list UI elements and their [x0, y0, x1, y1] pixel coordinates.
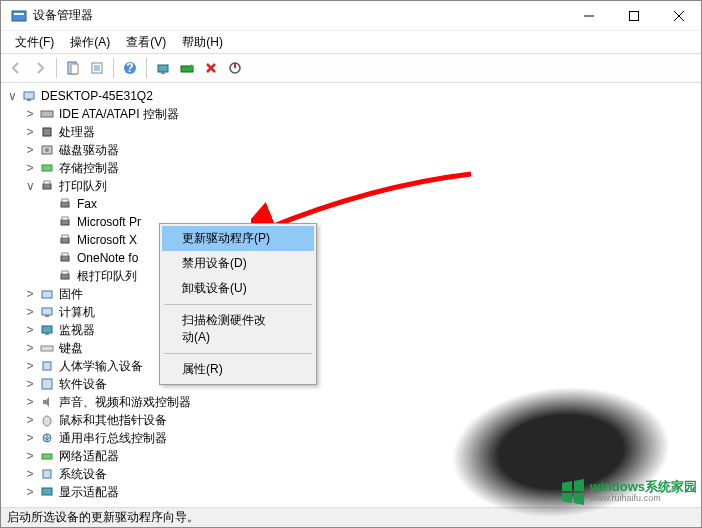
chevron-right-icon[interactable]: > — [23, 125, 37, 139]
svg-rect-20 — [24, 92, 34, 99]
svg-rect-46 — [42, 379, 52, 389]
ide-icon — [39, 106, 55, 122]
chevron-right-icon[interactable]: > — [23, 413, 37, 427]
context-update-driver[interactable]: 更新驱动程序(P) — [162, 226, 314, 251]
svg-rect-32 — [62, 217, 68, 220]
menu-file[interactable]: 文件(F) — [7, 32, 62, 53]
tree-root[interactable]: ∨ DESKTOP-45E31Q2 — [1, 87, 701, 105]
chevron-right-icon[interactable]: > — [23, 305, 37, 319]
chevron-right-icon[interactable]: > — [23, 287, 37, 301]
uninstall-button[interactable] — [200, 57, 222, 79]
svg-rect-51 — [42, 488, 52, 495]
svg-rect-21 — [27, 99, 31, 101]
context-uninstall-device[interactable]: 卸载设备(U) — [162, 276, 314, 301]
chevron-right-icon[interactable]: > — [23, 467, 37, 481]
tree-leaf[interactable]: >Microsoft Pr — [1, 213, 701, 231]
tree-node[interactable]: >监视器 — [1, 321, 701, 339]
tree-node[interactable]: >键盘 — [1, 339, 701, 357]
display-icon — [39, 484, 55, 500]
tree-leaf-label: Microsoft Pr — [77, 215, 141, 229]
help-button[interactable]: ? — [119, 57, 141, 79]
tree-node[interactable]: >处理器 — [1, 123, 701, 141]
tree-leaf[interactable]: >Microsoft X — [1, 231, 701, 249]
svg-rect-1 — [14, 13, 24, 15]
svg-rect-50 — [43, 470, 51, 478]
tree-leaf[interactable]: >OneNote fo — [1, 249, 701, 267]
chevron-right-icon[interactable]: > — [23, 359, 37, 373]
chevron-right-icon[interactable]: > — [23, 377, 37, 391]
tree-node[interactable]: >磁盘驱动器 — [1, 141, 701, 159]
back-button[interactable] — [5, 57, 27, 79]
chevron-right-icon[interactable]: > — [23, 341, 37, 355]
disk-icon — [39, 142, 55, 158]
tree-leaf[interactable]: >Fax — [1, 195, 701, 213]
tree-node[interactable]: >IDE ATA/ATAPI 控制器 — [1, 105, 701, 123]
svg-rect-33 — [61, 238, 69, 243]
maximize-button[interactable] — [611, 1, 656, 31]
context-disable-device[interactable]: 禁用设备(D) — [162, 251, 314, 276]
tree-node-label: 软件设备 — [59, 376, 107, 393]
tree-node[interactable]: >存储控制器 — [1, 159, 701, 177]
chevron-down-icon[interactable]: ∨ — [23, 179, 37, 193]
tree-root-label: DESKTOP-45E31Q2 — [41, 89, 153, 103]
tree-node[interactable]: ∨打印队列 — [1, 177, 701, 195]
watermark-logo-icon — [560, 479, 586, 505]
svg-rect-43 — [45, 333, 49, 335]
tree-node[interactable]: >计算机 — [1, 303, 701, 321]
chevron-right-icon[interactable]: > — [23, 485, 37, 499]
usb-icon — [39, 430, 55, 446]
svg-rect-35 — [61, 256, 69, 261]
chevron-right-icon[interactable]: > — [23, 323, 37, 337]
hid-icon — [39, 358, 55, 374]
chevron-down-icon[interactable]: ∨ — [5, 89, 19, 103]
context-separator — [164, 353, 312, 354]
svg-rect-28 — [44, 181, 50, 184]
svg-rect-45 — [43, 362, 51, 370]
svg-text:?: ? — [126, 61, 133, 75]
svg-rect-41 — [45, 315, 49, 317]
chevron-right-icon[interactable]: > — [23, 143, 37, 157]
show-properties-button[interactable] — [62, 57, 84, 79]
disable-button[interactable] — [224, 57, 246, 79]
chevron-right-icon[interactable]: > — [23, 449, 37, 463]
tree-node[interactable]: >人体学输入设备 — [1, 357, 701, 375]
tree-node[interactable]: >固件 — [1, 285, 701, 303]
chevron-right-icon[interactable]: > — [23, 161, 37, 175]
titlebar: 设备管理器 — [1, 1, 701, 31]
tree-leaf-label: 根打印队列 — [77, 268, 137, 285]
minimize-button[interactable] — [566, 1, 611, 31]
svg-rect-42 — [42, 326, 52, 333]
context-scan-hardware[interactable]: 扫描检测硬件改动(A) — [162, 308, 314, 350]
tree-node-label: 监视器 — [59, 322, 95, 339]
cpu-icon — [39, 124, 55, 140]
svg-rect-3 — [629, 11, 638, 20]
chevron-right-icon[interactable]: > — [23, 431, 37, 445]
tree-node-label: 系统设备 — [59, 466, 107, 483]
menu-help[interactable]: 帮助(H) — [174, 32, 231, 53]
computer-icon — [21, 88, 37, 104]
tree-node-label: 计算机 — [59, 304, 95, 321]
svg-rect-0 — [12, 11, 26, 21]
properties-button-2[interactable] — [86, 57, 108, 79]
svg-rect-49 — [42, 454, 52, 459]
svg-rect-31 — [61, 220, 69, 225]
svg-rect-15 — [161, 72, 165, 74]
svg-rect-22 — [41, 111, 53, 117]
close-button[interactable] — [656, 1, 701, 31]
forward-button[interactable] — [29, 57, 51, 79]
scan-hardware-button[interactable] — [152, 57, 174, 79]
tree-leaf[interactable]: >根打印队列 — [1, 267, 701, 285]
tree-node-label: 存储控制器 — [59, 160, 119, 177]
tree-node-label: 通用串行总线控制器 — [59, 430, 167, 447]
printer-icon — [57, 214, 73, 230]
update-driver-button[interactable] — [176, 57, 198, 79]
chevron-right-icon[interactable]: > — [23, 107, 37, 121]
context-properties[interactable]: 属性(R) — [162, 357, 314, 382]
svg-rect-26 — [42, 165, 52, 171]
monitor-icon — [39, 322, 55, 338]
chevron-right-icon[interactable]: > — [23, 395, 37, 409]
svg-rect-40 — [42, 308, 52, 315]
toolbar-separator — [113, 58, 114, 78]
menu-view[interactable]: 查看(V) — [118, 32, 174, 53]
menu-action[interactable]: 操作(A) — [62, 32, 118, 53]
